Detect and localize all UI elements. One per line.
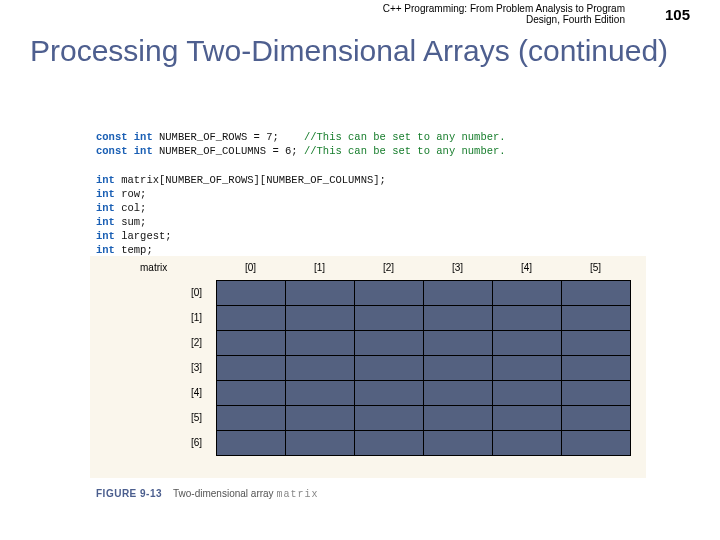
cell [217,406,286,431]
cell [355,281,424,306]
cell [562,381,631,406]
figure-caption-text: Two-dimensional array [173,488,276,499]
cell [355,306,424,331]
matrix-grid [216,280,631,456]
code-keyword: int [96,174,115,186]
table-row [217,281,631,306]
col-header: [4] [492,262,561,273]
cell [424,306,493,331]
col-header: [3] [423,262,492,273]
cell [424,431,493,456]
figure-area: matrix [0] [1] [2] [3] [4] [5] [0] [1] [… [90,256,646,478]
cell [424,356,493,381]
row-header: [5] [178,405,202,430]
cell [562,406,631,431]
code-block: const int NUMBER_OF_ROWS = 7; //This can… [96,130,506,258]
column-headers: [0] [1] [2] [3] [4] [5] [216,262,630,273]
cell [493,406,562,431]
cell [286,281,355,306]
cell [355,381,424,406]
code-text: sum; [115,216,147,228]
cell [562,431,631,456]
cell [493,281,562,306]
header-bar: C++ Programming: From Problem Analysis t… [130,0,690,28]
col-header: [2] [354,262,423,273]
code-keyword: int [96,244,115,256]
cell [217,381,286,406]
cell [424,281,493,306]
cell [424,381,493,406]
row-header: [3] [178,355,202,380]
code-keyword: int [96,202,115,214]
book-title: C++ Programming: From Problem Analysis t… [130,3,665,25]
cell [286,356,355,381]
cell [217,331,286,356]
figure-label: FIGURE 9-13 [96,488,162,499]
code-keyword: int [96,216,115,228]
code-comment: //This can be set to any number. [304,145,506,157]
code-keyword: const int [96,145,153,157]
cell [355,431,424,456]
cell [217,356,286,381]
cell [493,356,562,381]
code-comment: //This can be set to any number. [304,131,506,143]
code-text: matrix[NUMBER_OF_ROWS][NUMBER_OF_COLUMNS… [115,174,386,186]
page-number: 105 [665,6,690,23]
cell [286,406,355,431]
row-headers: [0] [1] [2] [3] [4] [5] [6] [178,280,202,455]
cell [493,431,562,456]
cell [355,406,424,431]
matrix-label: matrix [140,262,167,273]
cell [424,406,493,431]
cell [493,331,562,356]
cell [286,431,355,456]
table-row [217,406,631,431]
cell [493,381,562,406]
table-row [217,381,631,406]
code-keyword: const int [96,131,153,143]
cell [562,331,631,356]
cell [217,431,286,456]
cell [286,306,355,331]
table-row [217,356,631,381]
row-header: [2] [178,330,202,355]
code-text: NUMBER_OF_ROWS = 7; [153,131,304,143]
row-header: [1] [178,305,202,330]
table-row [217,431,631,456]
table-row [217,331,631,356]
slide-title: Processing Two-Dimensional Arrays (conti… [30,34,690,69]
slide: C++ Programming: From Problem Analysis t… [0,0,720,540]
code-text: NUMBER_OF_COLUMNS = 6; [153,145,304,157]
cell [286,381,355,406]
row-header: [4] [178,380,202,405]
col-header: [5] [561,262,630,273]
table-row [217,306,631,331]
code-text: col; [115,202,147,214]
cell [562,356,631,381]
cell [286,331,355,356]
col-header: [1] [285,262,354,273]
code-keyword: int [96,188,115,200]
cell [424,331,493,356]
cell [217,281,286,306]
code-text: largest; [115,230,172,242]
row-header: [0] [178,280,202,305]
cell [355,356,424,381]
cell [493,306,562,331]
code-text: temp; [115,244,153,256]
row-header: [6] [178,430,202,455]
cell [355,331,424,356]
figure-caption: FIGURE 9-13 Two-dimensional array matrix [96,488,318,500]
col-header: [0] [216,262,285,273]
cell [562,281,631,306]
code-keyword: int [96,230,115,242]
cell [562,306,631,331]
code-text: row; [115,188,147,200]
figure-caption-code: matrix [276,489,318,500]
cell [217,306,286,331]
